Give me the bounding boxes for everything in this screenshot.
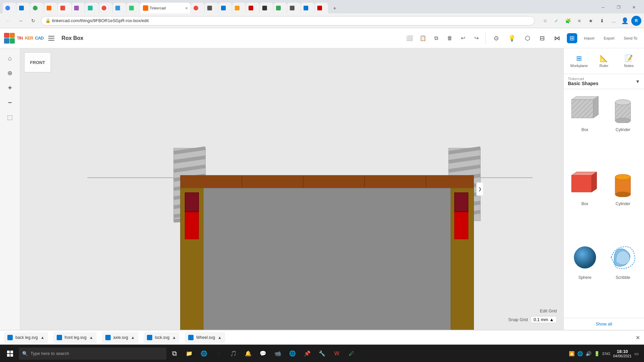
tab-2[interactable]	[16, 3, 30, 13]
taskbar-explorer-btn[interactable]: 📁	[182, 346, 196, 361]
extensions-btn[interactable]: ✓	[551, 16, 561, 26]
collections-btn[interactable]: ≡	[574, 16, 584, 26]
perspective-btn[interactable]: ⬚	[4, 111, 16, 123]
taskbar-app3[interactable]: 💬	[256, 346, 270, 361]
download-chevron-1[interactable]: ▲	[41, 335, 45, 340]
tab-10[interactable]	[126, 3, 140, 13]
home-view-btn[interactable]: ⌂	[4, 52, 16, 64]
restore-btn[interactable]: ❐	[611, 3, 626, 12]
tab-1[interactable]	[3, 3, 16, 13]
download-item-3[interactable]: axle.svg ▲	[102, 332, 138, 343]
tab-5[interactable]	[58, 3, 71, 13]
taskbar-app9[interactable]: 🖊	[345, 346, 358, 361]
minimize-btn[interactable]: ─	[596, 3, 610, 12]
shape-tools-btn[interactable]: ⬡	[522, 33, 533, 43]
download-icon-btn[interactable]: ⬇	[597, 16, 607, 26]
tab-18[interactable]	[273, 3, 287, 13]
show-desktop-btn[interactable]: ▭	[634, 351, 639, 356]
shape-sphere[interactable]: Sphere	[568, 242, 602, 312]
zoom-in-btn[interactable]: +	[4, 82, 16, 94]
edit-grid-btn[interactable]: Edit Grid	[540, 308, 557, 313]
taskbar-search[interactable]: 🔍 Type here to search	[19, 348, 166, 360]
taskbar-edge-btn[interactable]: 🌐	[197, 346, 211, 361]
taskbar-app2[interactable]: 🔔	[241, 346, 255, 361]
download-item-5[interactable]: Wheel.svg ▲	[185, 332, 225, 343]
new-tab-btn[interactable]: +	[330, 3, 340, 13]
tab-14[interactable]	[218, 3, 232, 13]
tab-4[interactable]	[44, 3, 57, 13]
export-btn[interactable]: Export	[601, 35, 617, 42]
canvas-area[interactable]: FRONT	[20, 48, 564, 330]
panel-collapse-btn[interactable]: ❯	[476, 182, 483, 196]
duplicate-tool-btn[interactable]: ⧉	[430, 32, 442, 44]
shape-cylinder-orange[interactable]: Cylinder	[606, 169, 640, 239]
tab-7[interactable]	[85, 3, 99, 13]
settings-menu-btn[interactable]: …	[608, 16, 619, 26]
tab-13[interactable]	[205, 3, 218, 13]
workplane-btn[interactable]: ⊞ Workplane	[568, 52, 590, 70]
tab-close-btn[interactable]: ✕	[185, 6, 188, 10]
copy-tool-btn[interactable]: ⬜	[404, 32, 416, 44]
tab-20[interactable]	[301, 3, 314, 13]
camera-btn[interactable]: ⊙	[491, 33, 501, 43]
tab-9[interactable]	[113, 3, 126, 13]
align-btn[interactable]: ⊟	[537, 33, 547, 43]
forward-btn[interactable]: →	[15, 16, 25, 26]
shape-scribble[interactable]: Scribble	[606, 242, 640, 312]
volume-icon[interactable]: 🔊	[586, 351, 591, 356]
download-item-2[interactable]: front leg.svg ▲	[53, 332, 97, 343]
tab-12[interactable]	[191, 3, 204, 13]
undo-btn[interactable]: ↩	[457, 32, 469, 44]
tab-active[interactable]: Tinkercad ✕	[140, 3, 191, 13]
download-chevron-5[interactable]: ▲	[218, 335, 222, 340]
tab-19[interactable]	[287, 3, 301, 13]
profile-icon-btn[interactable]: 👤	[620, 16, 630, 26]
network-icon[interactable]: 🌐	[577, 351, 583, 356]
download-item-4[interactable]: lock.svg ▲	[144, 332, 179, 343]
flip-btn[interactable]: ⋈	[551, 33, 563, 43]
shape-cylinder-grey[interactable]: Cylinder	[606, 95, 640, 165]
notes-btn[interactable]: 📝 Notes	[618, 52, 640, 70]
favorites-btn[interactable]: ★	[586, 16, 596, 26]
show-all-btn[interactable]: Show all	[564, 318, 644, 330]
edge-extensions-btn[interactable]: 🧩	[563, 16, 573, 26]
tab-16[interactable]	[246, 3, 259, 13]
shape-box-red[interactable]: Box	[568, 169, 602, 239]
ruler-btn[interactable]: 📐 Ruler	[593, 52, 615, 70]
shape-box-grey[interactable]: Box	[568, 95, 602, 165]
download-chevron-2[interactable]: ▲	[89, 335, 93, 340]
fit-all-btn[interactable]: ⊕	[4, 67, 16, 79]
tab-6[interactable]	[71, 3, 85, 13]
battery-icon[interactable]: 🔋	[594, 351, 600, 356]
tray-time[interactable]: 18:10 04/06/2021	[613, 349, 632, 358]
address-input[interactable]: 🔒 tinkercad.com/things/9FBOR1eSGpR-rox-b…	[41, 16, 535, 25]
send-to-btn[interactable]: Send To	[621, 35, 640, 42]
grid-view-btn[interactable]: ⊞	[567, 33, 577, 43]
tab-8[interactable]	[99, 3, 112, 13]
taskbar-steam-btn[interactable]: ⚙	[212, 346, 225, 361]
tray-icon-1[interactable]: 🔼	[569, 351, 575, 356]
import-btn[interactable]: Import	[581, 35, 597, 42]
taskbar-app6[interactable]: 📌	[301, 346, 314, 361]
close-btn[interactable]: ✕	[627, 3, 641, 12]
reload-btn[interactable]: ↻	[28, 16, 38, 26]
download-item-1[interactable]: back leg.svg ▲	[4, 332, 48, 343]
zoom-out-btn[interactable]: −	[4, 97, 16, 109]
taskbar-app8[interactable]: W	[330, 346, 343, 361]
taskbar-app5[interactable]: 🌐	[286, 346, 299, 361]
shapes-chevron-icon[interactable]: ▼	[635, 79, 640, 84]
start-btn[interactable]	[3, 346, 17, 361]
redo-btn[interactable]: ↪	[471, 32, 483, 44]
tab-17[interactable]	[260, 3, 273, 13]
menu-btn[interactable]	[46, 33, 56, 43]
paste-tool-btn[interactable]: 📋	[417, 32, 429, 44]
taskbar-app7[interactable]: 🔧	[315, 346, 329, 361]
bookmark-btn[interactable]: ☆	[540, 16, 550, 26]
tab-15[interactable]	[232, 3, 246, 13]
download-chevron-3[interactable]: ▲	[131, 335, 135, 340]
taskbar-app1[interactable]: 🎵	[227, 346, 240, 361]
delete-tool-btn[interactable]: 🗑	[444, 32, 456, 44]
taskview-btn[interactable]: ⧉	[168, 346, 181, 361]
profile-avatar[interactable]: R	[631, 16, 641, 26]
tab-21[interactable]	[315, 3, 328, 13]
